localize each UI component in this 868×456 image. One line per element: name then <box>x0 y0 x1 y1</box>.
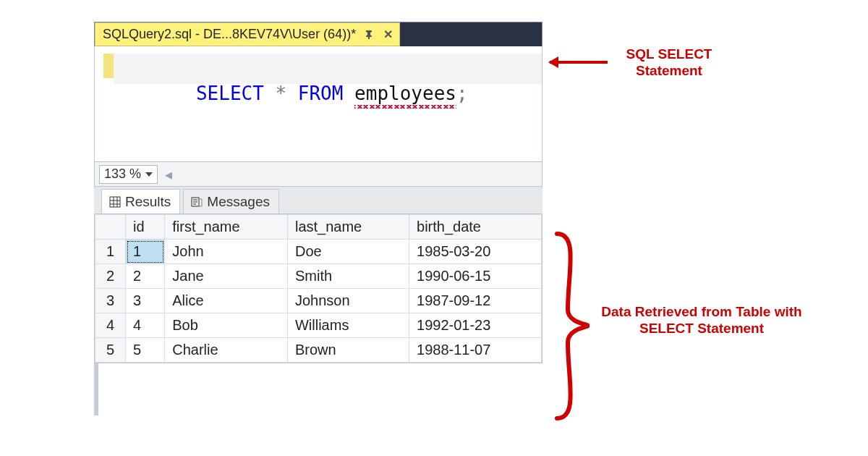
cell-id[interactable]: 3 <box>126 289 165 313</box>
cell-id[interactable]: 5 <box>126 338 165 363</box>
grid-icon <box>109 196 121 208</box>
cell-last-name[interactable]: Doe <box>287 240 409 264</box>
zoom-selector[interactable]: 133 % <box>99 165 158 184</box>
editor-change-marker <box>103 54 114 78</box>
cell-last-name[interactable]: Williams <box>287 313 409 338</box>
cell-birth-date[interactable]: 1988-11-07 <box>409 338 542 363</box>
annotation-brace <box>553 230 590 422</box>
cell-first-name[interactable]: Jane <box>165 264 288 289</box>
col-last-name[interactable]: last_name <box>287 215 409 240</box>
star-wildcard: * <box>276 83 287 104</box>
cell-birth-date[interactable]: 1987-09-12 <box>409 289 542 313</box>
cell-birth-date[interactable]: 1992-01-23 <box>409 313 542 338</box>
corner-cell <box>95 215 126 240</box>
zoom-value: 133 % <box>104 166 141 182</box>
semicolon: ; <box>456 83 468 104</box>
results-tab-bar: Results Messages <box>94 187 542 214</box>
tab-messages-label: Messages <box>207 194 270 210</box>
table-row[interactable]: 1 1 John Doe 1985-03-20 <box>95 240 542 264</box>
row-number[interactable]: 1 <box>95 240 126 264</box>
table-row[interactable]: 3 3 Alice Johnson 1987-09-12 <box>95 289 542 313</box>
cell-birth-date[interactable]: 1985-03-20 <box>409 240 542 264</box>
row-number[interactable]: 3 <box>95 289 126 313</box>
document-tab-title: SQLQuery2.sql - DE...8KEV74V\User (64))* <box>103 27 356 42</box>
keyword-select: SELECT <box>196 83 264 104</box>
cell-first-name[interactable]: John <box>165 240 288 264</box>
cell-last-name[interactable]: Smith <box>287 264 409 289</box>
row-number[interactable]: 4 <box>95 313 126 338</box>
document-tab[interactable]: SQLQuery2.sql - DE...8KEV74V\User (64))*… <box>95 22 400 46</box>
cell-id[interactable]: 4 <box>126 313 165 338</box>
document-tab-strip: SQLQuery2.sql - DE...8KEV74V\User (64))*… <box>94 22 542 46</box>
cell-first-name[interactable]: Alice <box>165 289 288 313</box>
annotation-arrow <box>550 61 608 64</box>
row-number[interactable]: 2 <box>95 264 126 289</box>
table-row[interactable]: 5 5 Charlie Brown 1988-11-07 <box>95 338 542 363</box>
table-row[interactable]: 2 2 Jane Smith 1990-06-15 <box>95 264 542 289</box>
svg-rect-0 <box>110 197 120 207</box>
cell-birth-date[interactable]: 1990-06-15 <box>409 264 542 289</box>
header-row: id first_name last_name birth_date <box>95 215 542 240</box>
sql-editor[interactable]: SELECT * FROM employees; <box>94 46 542 162</box>
zoom-toolbar: 133 % ◂ <box>94 162 542 187</box>
cell-first-name[interactable]: Bob <box>165 313 288 338</box>
scroll-left-icon[interactable]: ◂ <box>165 166 172 183</box>
close-icon[interactable]: ✕ <box>382 29 393 41</box>
results-grid-panel: id first_name last_name birth_date 1 1 J… <box>94 214 542 363</box>
row-number[interactable]: 5 <box>95 338 126 363</box>
annotation-data-label: Data Retrieved from Table with SELECT St… <box>600 304 803 337</box>
table-row[interactable]: 4 4 Bob Williams 1992-01-23 <box>95 313 542 338</box>
keyword-from: FROM <box>298 83 344 104</box>
sql-code-line[interactable]: SELECT * FROM employees; <box>114 54 542 84</box>
col-birth-date[interactable]: birth_date <box>409 215 542 240</box>
tab-results-label: Results <box>125 194 171 210</box>
tab-messages[interactable]: Messages <box>183 189 279 214</box>
cell-last-name[interactable]: Johnson <box>287 289 409 313</box>
tab-results[interactable]: Results <box>101 189 180 214</box>
chevron-down-icon <box>145 172 153 177</box>
table-name: employees <box>354 81 456 106</box>
ssms-window: SQLQuery2.sql - DE...8KEV74V\User (64))*… <box>94 22 542 363</box>
cell-first-name[interactable]: Charlie <box>165 338 288 363</box>
messages-icon <box>191 196 203 208</box>
pin-icon[interactable] <box>363 29 375 41</box>
col-id[interactable]: id <box>126 215 165 240</box>
cell-id[interactable]: 1 <box>126 240 165 264</box>
cell-id[interactable]: 2 <box>126 264 165 289</box>
col-first-name[interactable]: first_name <box>165 215 288 240</box>
annotation-query-label: SQL SELECT Statement <box>608 46 731 80</box>
results-table[interactable]: id first_name last_name birth_date 1 1 J… <box>95 214 542 363</box>
cell-last-name[interactable]: Brown <box>287 338 409 363</box>
